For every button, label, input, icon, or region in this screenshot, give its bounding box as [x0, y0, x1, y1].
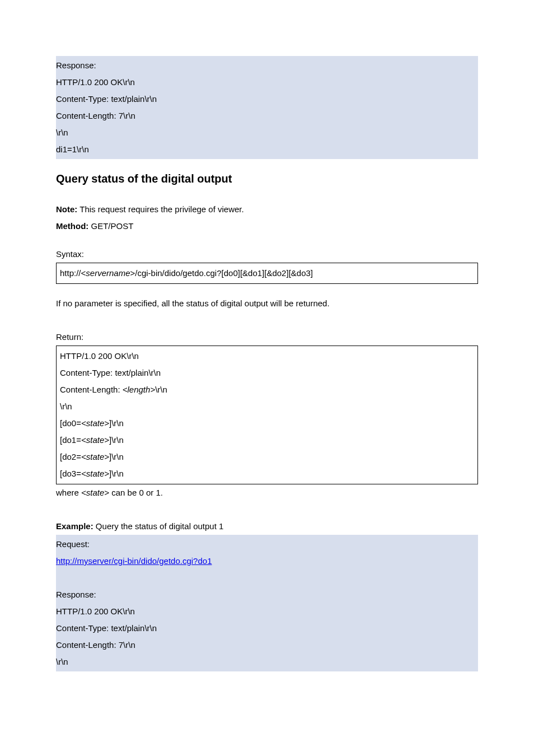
http-status-line: HTTP/1.0 200 OK\r\n — [56, 74, 478, 91]
do1-pre: [do1= — [60, 435, 81, 445]
do1-state: <state> — [81, 435, 109, 445]
top-response-block: Response: HTTP/1.0 200 OK\r\n Content-Ty… — [56, 56, 478, 159]
crlf-line: \r\n — [56, 124, 478, 141]
request-label: Request: — [56, 536, 478, 553]
do0-pre: [do0= — [60, 418, 81, 428]
where-text: where <state> can be 0 or 1. — [56, 484, 478, 501]
syntax-post: >/cgi-bin/dido/getdo.cgi?[do0][&do1][&do… — [130, 268, 313, 278]
resp-crlf: \r\n — [56, 654, 478, 670]
do2-pre: [do2= — [60, 452, 81, 461]
return-do3: [do3=<state>]\r\n — [60, 465, 474, 482]
example-text: Query the status of digital output 1 — [93, 521, 224, 531]
where-post: can be 0 or 1. — [109, 488, 163, 497]
method-text: GET/POST — [88, 221, 133, 231]
request-link-line: http://myserver/cgi-bin/dido/getdo.cgi?d… — [56, 553, 478, 570]
section-heading: Query status of the digital output — [56, 172, 478, 185]
do3-post: ]\r\n — [109, 469, 124, 478]
body-line: di1=1\r\n — [56, 141, 478, 158]
return-cl-pre: Content-Length: — [60, 385, 123, 394]
return-label: Return: — [56, 329, 478, 346]
do0-state: <state> — [81, 418, 109, 428]
do2-post: ]\r\n — [109, 452, 124, 461]
where-state: <state> — [81, 488, 109, 497]
do1-post: ]\r\n — [109, 435, 124, 445]
syntax-servername: servername — [86, 268, 130, 278]
note-label: Note: — [56, 204, 77, 214]
do0-post: ]\r\n — [109, 418, 124, 428]
return-cl-length: <length> — [123, 385, 155, 394]
response-label: Response: — [56, 57, 478, 74]
content-length-line: Content-Length: 7\r\n — [56, 108, 478, 124]
note-text: This request requires the privilege of v… — [77, 204, 243, 214]
return-do0: [do0=<state>]\r\n — [60, 415, 474, 432]
content-type-line: Content-Type: text/plain\r\n — [56, 91, 478, 108]
syntax-url: http://<servername>/cgi-bin/dido/getdo.c… — [60, 268, 313, 278]
syntax-box: http://<servername>/cgi-bin/dido/getdo.c… — [56, 263, 478, 284]
syntax-label: Syntax: — [56, 246, 478, 263]
return-cl-post: \r\n — [155, 385, 167, 394]
response-label-2: Response: — [56, 586, 478, 603]
resp-content-type: Content-Type: text/plain\r\n — [56, 620, 478, 637]
syntax-pre: http://< — [60, 268, 86, 278]
do3-state: <state> — [81, 469, 109, 478]
example-line: Example: Query the status of digital out… — [56, 518, 478, 535]
do2-state: <state> — [81, 452, 109, 461]
method-line: Method: GET/POST — [56, 218, 478, 235]
return-content-type: Content-Type: text/plain\r\n — [60, 365, 474, 381]
method-label: Method: — [56, 221, 88, 231]
blank-line — [56, 570, 478, 586]
return-content-length: Content-Length: <length>\r\n — [60, 381, 474, 398]
return-status: HTTP/1.0 200 OK\r\n — [60, 348, 474, 365]
return-crlf: \r\n — [60, 398, 474, 415]
resp-content-length: Content-Length: 7\r\n — [56, 637, 478, 654]
no-param-text: If no parameter is specified, all the st… — [56, 295, 478, 312]
return-box: HTTP/1.0 200 OK\r\n Content-Type: text/p… — [56, 346, 478, 484]
bottom-shaded-block: Request: http://myserver/cgi-bin/dido/ge… — [56, 535, 478, 671]
return-do1: [do1=<state>]\r\n — [60, 432, 474, 449]
example-label: Example: — [56, 521, 93, 531]
where-pre: where — [56, 488, 81, 497]
note-line: Note: This request requires the privileg… — [56, 201, 478, 218]
return-do2: [do2=<state>]\r\n — [60, 449, 474, 465]
request-url-link[interactable]: http://myserver/cgi-bin/dido/getdo.cgi?d… — [56, 556, 212, 566]
resp-status: HTTP/1.0 200 OK\r\n — [56, 603, 478, 620]
do3-pre: [do3= — [60, 469, 81, 478]
